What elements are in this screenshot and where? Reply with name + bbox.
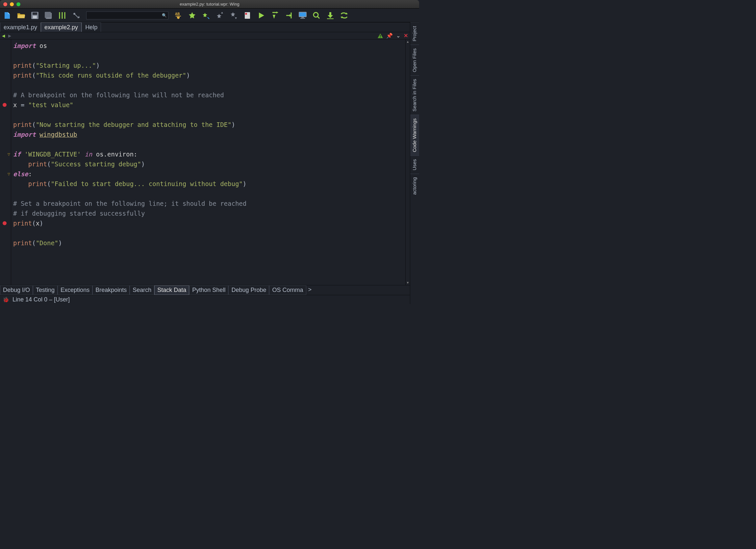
code-line[interactable] [13, 80, 405, 90]
svg-rect-1 [33, 12, 37, 15]
side-tab-refactoring[interactable]: actoring [410, 174, 419, 198]
code-line[interactable]: x = "test value" [13, 100, 405, 110]
code-line[interactable] [13, 139, 405, 149]
main-area: example1.py example2.py Help ◀ ▶ 📌 ⌄ ✕ ▽… [0, 22, 419, 304]
step-into-icon[interactable] [285, 12, 293, 19]
file-tab-help[interactable]: Help [82, 22, 101, 32]
download-icon[interactable] [326, 12, 334, 19]
save-all-icon[interactable] [45, 12, 53, 19]
nav-forward-icon[interactable]: ▶ [8, 34, 11, 38]
code-line[interactable]: # A breakpoint on the following line wil… [13, 90, 405, 100]
scroll-up-icon[interactable]: ▲ [406, 39, 410, 44]
bottom-tab-stack-data[interactable]: Stack Data [154, 285, 189, 295]
bottom-tab-exceptions[interactable]: Exceptions [58, 285, 92, 295]
sync-icon[interactable] [340, 12, 348, 19]
svg-rect-2 [33, 16, 37, 18]
record-icon[interactable] [243, 12, 251, 19]
bottom-tab-python-shell[interactable]: Python Shell [189, 285, 228, 295]
zoom-window-button[interactable] [16, 2, 20, 6]
code-line[interactable] [13, 110, 405, 120]
bottom-tab-debug-probe[interactable]: Debug Probe [228, 285, 269, 295]
bookmark-prev-down-icon[interactable] [230, 12, 238, 19]
code-line[interactable] [13, 228, 405, 238]
monitor-icon[interactable] [299, 12, 307, 19]
bookmark-icon[interactable] [188, 12, 196, 19]
code-line[interactable] [13, 189, 405, 199]
code-line[interactable] [13, 248, 405, 258]
side-tab-search-in-files[interactable]: Search in Files [410, 75, 419, 115]
editor-nav-bar: ◀ ▶ 📌 ⌄ ✕ [0, 32, 410, 39]
breakpoint-marker[interactable] [0, 100, 11, 110]
fold-marker[interactable]: ▽ [0, 149, 11, 159]
save-icon[interactable] [31, 12, 39, 19]
code-line[interactable]: else: [13, 169, 405, 179]
breakpoint-marker[interactable] [0, 218, 11, 228]
svg-point-14 [314, 12, 318, 17]
code-line[interactable]: print("Now starting the debugger and att… [13, 120, 405, 130]
code-area[interactable]: import os print("Starting up...")print("… [11, 39, 405, 285]
code-line[interactable]: print("Failed to start debug... continui… [13, 179, 405, 189]
code-line[interactable]: print("Starting up...") [13, 61, 405, 70]
minimize-window-button[interactable] [10, 2, 14, 6]
side-tab-project[interactable]: Project [410, 22, 419, 45]
bottom-tab-os-commands[interactable]: OS Comma [269, 285, 306, 295]
scroll-down-icon[interactable]: ▼ [406, 280, 410, 285]
code-line[interactable]: print("Success starting debug") [13, 159, 405, 169]
close-editor-icon[interactable]: ✕ [404, 33, 408, 39]
nav-back-icon[interactable]: ◀ [2, 34, 5, 38]
search-large-icon[interactable] [313, 12, 320, 19]
search-input[interactable] [87, 13, 161, 18]
bug-icon: 🐞 [3, 296, 9, 303]
replace-icon[interactable]: AB [174, 12, 182, 19]
step-over-icon[interactable] [271, 12, 279, 19]
code-line[interactable]: print("Done") [13, 238, 405, 248]
run-icon[interactable] [257, 12, 265, 19]
search-icon[interactable]: 🔍 [161, 13, 168, 18]
file-tab-example1[interactable]: example1.py [0, 22, 41, 32]
code-line[interactable]: # Set a breakpoint on the following line… [13, 199, 405, 209]
window-title: example2.py: tutorial.wpr: Wing [0, 2, 419, 7]
gutter[interactable]: ▽▽ [0, 39, 11, 285]
code-line[interactable]: print(x) [13, 218, 405, 228]
file-tabs: example1.py example2.py Help [0, 22, 410, 32]
titlebar: example2.py: tutorial.wpr: Wing [0, 0, 419, 9]
bookmark-prev-up-icon[interactable] [216, 12, 224, 19]
code-line[interactable]: # if debugging started successfully [13, 209, 405, 218]
open-folder-icon[interactable] [17, 12, 25, 19]
bottom-tab-testing[interactable]: Testing [33, 285, 58, 295]
indentation-icon[interactable] [59, 12, 66, 19]
bookmark-next-icon[interactable] [202, 12, 210, 19]
chevron-down-icon[interactable]: ⌄ [396, 33, 400, 39]
code-line[interactable]: import os [13, 41, 405, 51]
close-window-button[interactable] [3, 2, 7, 6]
pin-icon[interactable]: 📌 [386, 33, 393, 39]
editor[interactable]: ▽▽ import os print("Starting up...")prin… [0, 39, 410, 285]
more-tabs-icon[interactable]: > [306, 285, 314, 295]
fold-marker[interactable]: ▽ [0, 169, 11, 179]
svg-point-10 [245, 13, 247, 15]
bottom-tab-search[interactable]: Search [130, 285, 154, 295]
code-line[interactable]: if 'WINGDB_ACTIVE' in os.environ: [13, 149, 405, 159]
statusbar: 🐞 Line 14 Col 0 – [User] [0, 295, 410, 304]
code-line[interactable] [13, 51, 405, 61]
side-tab-code-warnings[interactable]: Code Warnings [410, 115, 419, 156]
file-tab-example2[interactable]: example2.py [41, 22, 82, 32]
code-line[interactable]: import wingdbstub [13, 130, 405, 139]
warning-icon[interactable] [378, 34, 383, 38]
vertical-scrollbar[interactable]: ▲ ▼ [405, 39, 410, 285]
search-box[interactable]: 🔍 [86, 12, 168, 19]
goto-definition-icon[interactable] [72, 12, 80, 19]
svg-rect-17 [380, 37, 381, 37]
window: example2.py: tutorial.wpr: Wing 🔍 AB [0, 0, 419, 304]
code-line[interactable] [13, 258, 405, 268]
side-tab-open-files[interactable]: Open Files [410, 45, 419, 76]
bottom-tabs: Debug I/O Testing Exceptions Breakpoints… [0, 285, 410, 295]
bottom-tab-breakpoints[interactable]: Breakpoints [92, 285, 130, 295]
svg-rect-6 [45, 12, 51, 17]
side-tab-uses[interactable]: Uses [410, 156, 419, 174]
new-file-icon[interactable] [3, 12, 11, 19]
code-line[interactable]: print("This code runs outside of the deb… [13, 70, 405, 80]
editor-column: example1.py example2.py Help ◀ ▶ 📌 ⌄ ✕ ▽… [0, 22, 410, 304]
svg-rect-13 [300, 18, 305, 19]
bottom-tab-debug-io[interactable]: Debug I/O [0, 285, 33, 295]
